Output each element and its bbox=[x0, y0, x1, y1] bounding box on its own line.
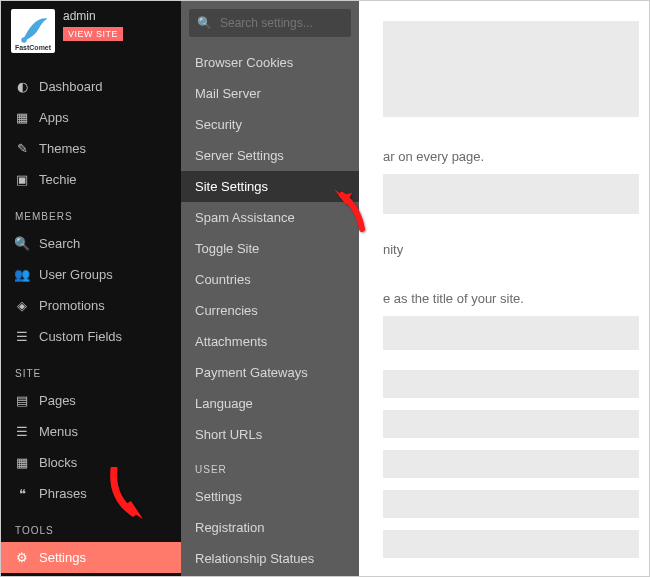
nav-label: Techie bbox=[39, 172, 77, 187]
users-icon: 👥 bbox=[15, 268, 29, 282]
submenu-heading-user: USER bbox=[181, 450, 359, 481]
submenu-item-registration[interactable]: Registration bbox=[181, 512, 359, 543]
search-container[interactable]: 🔍 bbox=[189, 9, 351, 37]
submenu-item-short-urls[interactable]: Short URLs bbox=[181, 419, 359, 450]
submenu-item-user-settings[interactable]: Settings bbox=[181, 481, 359, 512]
quote-icon: ❝ bbox=[15, 487, 29, 501]
nav-label: Blocks bbox=[39, 455, 77, 470]
submenu-item-relationship-statues[interactable]: Relationship Statues bbox=[181, 543, 359, 574]
submenu-item-toggle-site[interactable]: Toggle Site bbox=[181, 233, 359, 264]
nav-label: Custom Fields bbox=[39, 329, 122, 344]
nav-label: Menus bbox=[39, 424, 78, 439]
list-icon: ☰ bbox=[15, 330, 29, 344]
brush-icon: ✎ bbox=[15, 142, 29, 156]
view-site-button[interactable]: VIEW SITE bbox=[63, 27, 123, 41]
search-icon: 🔍 bbox=[15, 237, 29, 251]
blocks-icon: ▦ bbox=[15, 456, 29, 470]
nav-label: Search bbox=[39, 236, 80, 251]
nav-main: ◐Dashboard ▦Apps ✎Themes ▣Techie MEMBERS… bbox=[1, 71, 181, 577]
menu-icon: ☰ bbox=[15, 425, 29, 439]
admin-column: admin VIEW SITE bbox=[63, 9, 123, 41]
search-wrap: 🔍 bbox=[181, 1, 359, 47]
gauge-icon: ◐ bbox=[15, 80, 29, 94]
submenu-item-countries[interactable]: Countries bbox=[181, 264, 359, 295]
sidebar-item-search[interactable]: 🔍Search bbox=[1, 228, 181, 259]
nav-label: Settings bbox=[39, 550, 86, 565]
submenu-item-server-settings[interactable]: Server Settings bbox=[181, 140, 359, 171]
sidebar-item-themes[interactable]: ✎Themes bbox=[1, 133, 181, 164]
submenu-item-spam-assistance[interactable]: Spam Assistance bbox=[181, 202, 359, 233]
sidebar-item-pages[interactable]: ▤Pages bbox=[1, 385, 181, 416]
sidebar-item-settings[interactable]: ⚙Settings bbox=[1, 542, 181, 573]
content-strip bbox=[383, 450, 639, 478]
admin-username[interactable]: admin bbox=[63, 9, 96, 23]
sidebar-item-user-groups[interactable]: 👥User Groups bbox=[1, 259, 181, 290]
chip-icon: ▣ bbox=[15, 173, 29, 187]
nav-label: Phrases bbox=[39, 486, 87, 501]
helper-text: ar on every page. bbox=[383, 149, 639, 164]
content-strips bbox=[383, 370, 639, 558]
gear-icon: ⚙ bbox=[15, 551, 29, 565]
helper-text: e as the title of your site. bbox=[383, 291, 639, 306]
helper-text: nity bbox=[383, 242, 639, 257]
sidebar-item-modules[interactable]: ▦Modules bbox=[1, 573, 181, 577]
nav-label: Dashboard bbox=[39, 79, 103, 94]
settings-submenu: 🔍 Browser Cookies Mail Server Security S… bbox=[181, 1, 359, 576]
content-strip bbox=[383, 370, 639, 398]
content-scrolled: ar on every page. nity e as the title of… bbox=[359, 1, 649, 576]
page-icon: ▤ bbox=[15, 394, 29, 408]
content-block bbox=[383, 316, 639, 350]
submenu-item-browser-cookies[interactable]: Browser Cookies bbox=[181, 47, 359, 78]
content-block bbox=[383, 21, 639, 117]
content-strip bbox=[383, 530, 639, 558]
logo-text: FastComet bbox=[15, 44, 51, 51]
sidebar-item-custom-fields[interactable]: ☰Custom Fields bbox=[1, 321, 181, 352]
sidebar-item-phrases[interactable]: ❝Phrases bbox=[1, 478, 181, 509]
submenu-item-currencies[interactable]: Currencies bbox=[181, 295, 359, 326]
sidebar-item-dashboard[interactable]: ◐Dashboard bbox=[1, 71, 181, 102]
submenu-item-language[interactable]: Language bbox=[181, 388, 359, 419]
sidebar-item-apps[interactable]: ▦Apps bbox=[1, 102, 181, 133]
nav-heading-members: MEMBERS bbox=[1, 195, 181, 228]
diamond-icon: ◈ bbox=[15, 299, 29, 313]
settings-search-input[interactable] bbox=[220, 16, 343, 30]
submenu-item-attachments[interactable]: Attachments bbox=[181, 326, 359, 357]
settings-list: Browser Cookies Mail Server Security Ser… bbox=[181, 47, 359, 577]
sidebar-item-menus[interactable]: ☰Menus bbox=[1, 416, 181, 447]
submenu-item-mail-server[interactable]: Mail Server bbox=[181, 78, 359, 109]
nav-heading-site: SITE bbox=[1, 352, 181, 385]
site-logo[interactable]: FastComet bbox=[11, 9, 55, 53]
primary-sidebar: FastComet admin VIEW SITE ◐Dashboard ▦Ap… bbox=[1, 1, 181, 576]
nav-label: Pages bbox=[39, 393, 76, 408]
content-strip bbox=[383, 410, 639, 438]
submenu-item-site-settings[interactable]: Site Settings bbox=[181, 171, 359, 202]
nav-heading-tools: TOOLS bbox=[1, 509, 181, 542]
nav-label: Themes bbox=[39, 141, 86, 156]
submenu-item-payment-gateways[interactable]: Payment Gateways bbox=[181, 357, 359, 388]
header-row: FastComet admin VIEW SITE bbox=[1, 1, 181, 61]
nav-label: Promotions bbox=[39, 298, 105, 313]
sidebar-item-blocks[interactable]: ▦Blocks bbox=[1, 447, 181, 478]
sidebar-item-promotions[interactable]: ◈Promotions bbox=[1, 290, 181, 321]
submenu-item-security[interactable]: Security bbox=[181, 109, 359, 140]
search-icon: 🔍 bbox=[197, 16, 212, 30]
sidebar-item-techie[interactable]: ▣Techie bbox=[1, 164, 181, 195]
nav-label: Apps bbox=[39, 110, 69, 125]
content-block bbox=[383, 174, 639, 214]
content-strip bbox=[383, 490, 639, 518]
grid-icon: ▦ bbox=[15, 111, 29, 125]
app-root: FastComet admin VIEW SITE ◐Dashboard ▦Ap… bbox=[0, 0, 650, 577]
content-area: ar on every page. nity e as the title of… bbox=[359, 1, 649, 576]
svg-point-0 bbox=[21, 37, 26, 42]
nav-label: User Groups bbox=[39, 267, 113, 282]
